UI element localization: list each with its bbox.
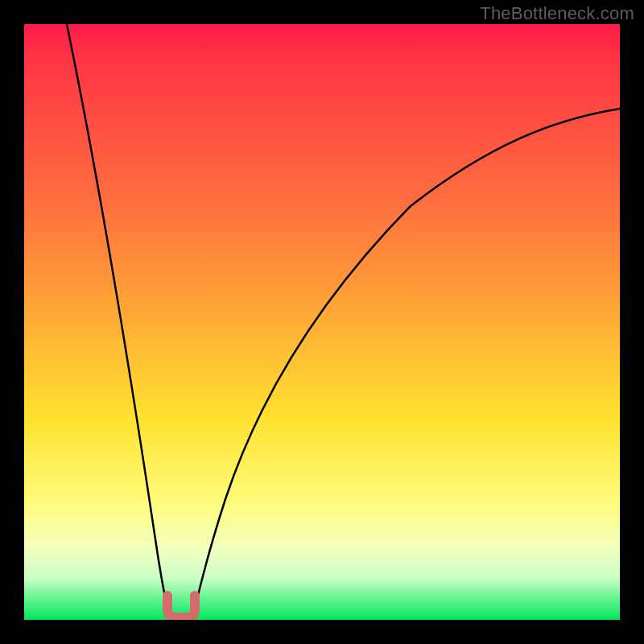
curve-right-branch — [195, 109, 620, 609]
chart-svg — [24, 24, 620, 620]
chart-area — [24, 24, 620, 620]
minimum-bracket — [167, 596, 195, 617]
watermark-text: TheBottleneck.com — [480, 3, 634, 24]
curve-left-branch — [67, 24, 167, 609]
